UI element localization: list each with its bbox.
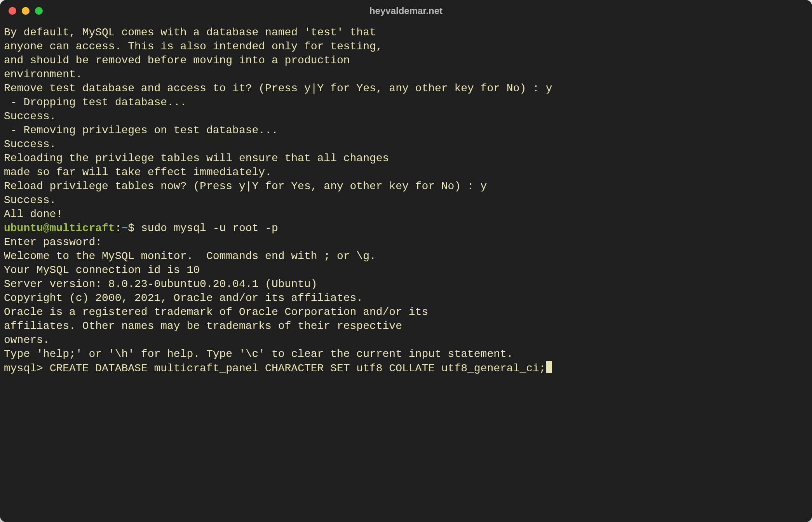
prompt-line: ubuntu@multicraft:~$ sudo mysql -u root … bbox=[4, 221, 808, 235]
output-line: anyone can access. This is also intended… bbox=[4, 40, 808, 54]
output-line: made so far will take effect immediately… bbox=[4, 165, 808, 179]
output-line: and should be removed before moving into… bbox=[4, 54, 808, 68]
prompt-colon: : bbox=[115, 222, 122, 234]
output-line: Success. bbox=[4, 137, 808, 151]
cursor-icon bbox=[546, 361, 552, 373]
output-line: All done! bbox=[4, 207, 808, 221]
output-line: Server version: 8.0.23-0ubuntu0.20.04.1 … bbox=[4, 277, 808, 291]
mysql-command: CREATE DATABASE multicraft_panel CHARACT… bbox=[50, 362, 546, 374]
output-line: Welcome to the MySQL monitor. Commands e… bbox=[4, 249, 808, 263]
output-line: Oracle is a registered trademark of Orac… bbox=[4, 305, 808, 319]
output-line: Reloading the privilege tables will ensu… bbox=[4, 151, 808, 165]
output-line: Reload privilege tables now? (Press y|Y … bbox=[4, 179, 808, 193]
prompt-user: ubuntu@multicraft bbox=[4, 222, 115, 234]
titlebar: heyvaldemar.net bbox=[0, 0, 812, 22]
prompt-path: ~ bbox=[121, 222, 128, 234]
close-icon[interactable] bbox=[9, 7, 16, 15]
output-line: Enter password: bbox=[4, 235, 808, 249]
terminal-window: heyvaldemar.net By default, MySQL comes … bbox=[0, 0, 812, 522]
output-line: Your MySQL connection id is 10 bbox=[4, 263, 808, 277]
window-title: heyvaldemar.net bbox=[0, 5, 812, 16]
output-line: Success. bbox=[4, 193, 808, 207]
output-line: Type 'help;' or '\h' for help. Type '\c'… bbox=[4, 347, 808, 361]
output-line: Remove test database and access to it? (… bbox=[4, 82, 808, 96]
output-line: affiliates. Other names may be trademark… bbox=[4, 319, 808, 333]
maximize-icon[interactable] bbox=[35, 7, 43, 15]
output-line: - Dropping test database... bbox=[4, 96, 808, 110]
prompt-command: sudo mysql -u root -p bbox=[141, 222, 278, 234]
output-line: owners. bbox=[4, 333, 808, 347]
output-line: By default, MySQL comes with a database … bbox=[4, 26, 808, 40]
traffic-lights bbox=[9, 7, 43, 15]
output-line: Copyright (c) 2000, 2021, Oracle and/or … bbox=[4, 291, 808, 305]
mysql-prompt: mysql> bbox=[4, 362, 50, 374]
output-line: environment. bbox=[4, 68, 808, 82]
minimize-icon[interactable] bbox=[22, 7, 30, 15]
prompt-dollar: $ bbox=[128, 222, 141, 234]
output-line: - Removing privileges on test database..… bbox=[4, 124, 808, 137]
terminal-body[interactable]: By default, MySQL comes with a database … bbox=[0, 22, 812, 376]
mysql-prompt-line: mysql> CREATE DATABASE multicraft_panel … bbox=[4, 361, 808, 376]
output-line: Success. bbox=[4, 110, 808, 124]
